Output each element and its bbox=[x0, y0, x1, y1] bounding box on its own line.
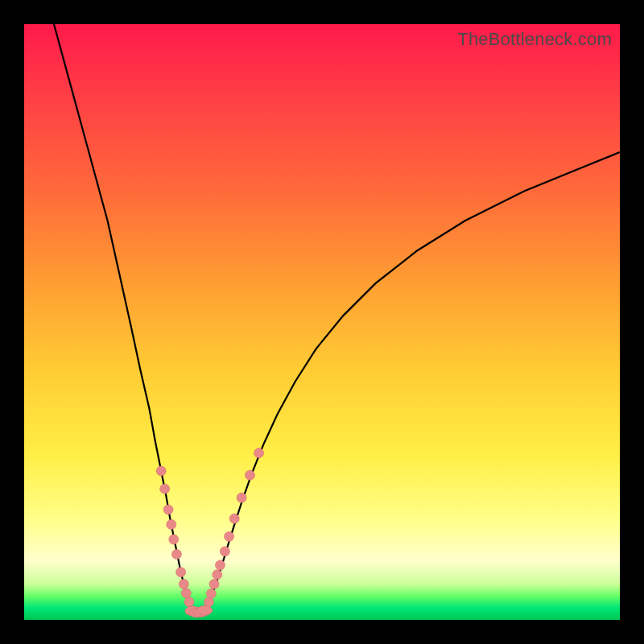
svg-point-3 bbox=[167, 520, 176, 530]
svg-point-15 bbox=[220, 547, 229, 556]
svg-point-18 bbox=[237, 493, 246, 502]
chart-frame: TheBottleneck.com bbox=[0, 0, 644, 644]
svg-point-20 bbox=[254, 448, 264, 458]
svg-point-2 bbox=[163, 505, 173, 514]
svg-point-17 bbox=[229, 514, 239, 523]
svg-point-1 bbox=[160, 484, 170, 493]
svg-point-0 bbox=[156, 466, 166, 476]
svg-point-11 bbox=[206, 588, 216, 598]
svg-point-24 bbox=[197, 605, 213, 615]
chart-svg bbox=[24, 24, 620, 620]
svg-point-16 bbox=[225, 531, 234, 541]
dots-left bbox=[156, 466, 194, 607]
svg-point-4 bbox=[169, 535, 179, 544]
svg-point-14 bbox=[215, 560, 225, 570]
dots-bottom bbox=[185, 605, 213, 617]
svg-point-8 bbox=[181, 588, 191, 598]
svg-point-6 bbox=[176, 568, 186, 577]
svg-point-19 bbox=[245, 470, 254, 480]
curve-right bbox=[204, 152, 620, 612]
svg-point-5 bbox=[171, 550, 181, 559]
plot-area: TheBottleneck.com bbox=[24, 24, 620, 620]
svg-point-9 bbox=[184, 597, 194, 607]
svg-point-7 bbox=[179, 580, 188, 589]
svg-point-13 bbox=[213, 570, 222, 580]
svg-point-12 bbox=[209, 580, 219, 589]
